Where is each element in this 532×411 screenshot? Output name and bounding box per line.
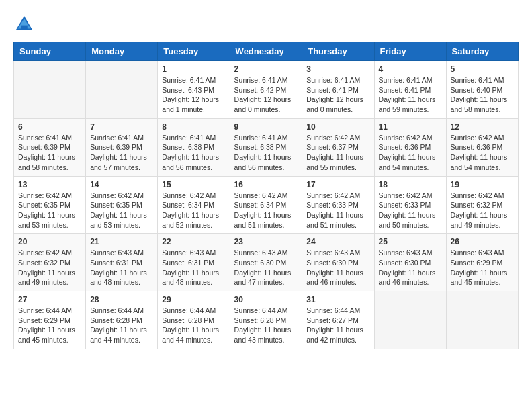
day-number: 27	[18, 295, 81, 304]
calendar-cell: 28Sunrise: 6:44 AM Sunset: 6:28 PM Dayli…	[86, 291, 158, 349]
day-info: Sunrise: 6:41 AM Sunset: 6:39 PM Dayligh…	[18, 134, 75, 171]
day-info: Sunrise: 6:44 AM Sunset: 6:29 PM Dayligh…	[18, 306, 75, 344]
calendar-week-row: 27Sunrise: 6:44 AM Sunset: 6:29 PM Dayli…	[14, 291, 519, 349]
day-info: Sunrise: 6:41 AM Sunset: 6:43 PM Dayligh…	[162, 76, 219, 113]
calendar-cell: 22Sunrise: 6:43 AM Sunset: 6:31 PM Dayli…	[158, 234, 230, 291]
day-info: Sunrise: 6:43 AM Sunset: 6:29 PM Dayligh…	[451, 248, 508, 286]
day-number: 4	[379, 64, 442, 74]
svg-rect-2	[21, 26, 28, 30]
logo-icon	[13, 13, 35, 35]
calendar-table: SundayMondayTuesdayWednesdayThursdayFrid…	[13, 42, 519, 349]
calendar-cell: 3Sunrise: 6:41 AM Sunset: 6:41 PM Daylig…	[302, 61, 374, 119]
day-info: Sunrise: 6:41 AM Sunset: 6:41 PM Dayligh…	[379, 76, 436, 113]
calendar-cell: 7Sunrise: 6:41 AM Sunset: 6:39 PM Daylig…	[86, 118, 158, 176]
day-info: Sunrise: 6:41 AM Sunset: 6:38 PM Dayligh…	[162, 134, 219, 171]
day-number: 14	[90, 180, 153, 189]
calendar-cell: 12Sunrise: 6:42 AM Sunset: 6:36 PM Dayli…	[446, 118, 518, 176]
day-info: Sunrise: 6:42 AM Sunset: 6:36 PM Dayligh…	[379, 134, 436, 171]
calendar-cell: 30Sunrise: 6:44 AM Sunset: 6:28 PM Dayli…	[230, 291, 302, 349]
day-number: 30	[234, 295, 298, 304]
day-info: Sunrise: 6:43 AM Sunset: 6:31 PM Dayligh…	[90, 248, 147, 286]
day-info: Sunrise: 6:41 AM Sunset: 6:40 PM Dayligh…	[451, 76, 508, 113]
calendar-cell: 31Sunrise: 6:44 AM Sunset: 6:27 PM Dayli…	[302, 291, 374, 349]
calendar-week-row: 20Sunrise: 6:42 AM Sunset: 6:32 PM Dayli…	[14, 234, 519, 291]
calendar-cell: 13Sunrise: 6:42 AM Sunset: 6:35 PM Dayli…	[14, 176, 86, 234]
day-of-week-header: Wednesday	[230, 42, 302, 61]
day-number: 10	[306, 122, 369, 132]
day-number: 16	[234, 180, 298, 189]
calendar-cell	[446, 291, 518, 349]
day-number: 26	[451, 237, 514, 246]
day-number: 20	[18, 237, 81, 246]
calendar-week-row: 1Sunrise: 6:41 AM Sunset: 6:43 PM Daylig…	[14, 61, 519, 119]
calendar-cell: 18Sunrise: 6:42 AM Sunset: 6:33 PM Dayli…	[374, 176, 446, 234]
day-info: Sunrise: 6:41 AM Sunset: 6:42 PM Dayligh…	[234, 76, 292, 113]
calendar-cell: 26Sunrise: 6:43 AM Sunset: 6:29 PM Dayli…	[446, 234, 518, 291]
calendar-cell: 19Sunrise: 6:42 AM Sunset: 6:32 PM Dayli…	[446, 176, 518, 234]
calendar-cell: 15Sunrise: 6:42 AM Sunset: 6:34 PM Dayli…	[158, 176, 230, 234]
calendar-week-row: 13Sunrise: 6:42 AM Sunset: 6:35 PM Dayli…	[14, 176, 519, 234]
calendar-week-row: 6Sunrise: 6:41 AM Sunset: 6:39 PM Daylig…	[14, 118, 519, 176]
day-of-week-header: Saturday	[446, 42, 518, 61]
day-of-week-header: Monday	[86, 42, 158, 61]
calendar-cell: 24Sunrise: 6:43 AM Sunset: 6:30 PM Dayli…	[302, 234, 374, 291]
calendar-cell: 16Sunrise: 6:42 AM Sunset: 6:34 PM Dayli…	[230, 176, 302, 234]
day-number: 25	[379, 237, 442, 246]
calendar-cell	[14, 61, 86, 119]
day-of-week-header: Sunday	[14, 42, 86, 61]
day-number: 21	[90, 237, 153, 246]
day-info: Sunrise: 6:42 AM Sunset: 6:34 PM Dayligh…	[234, 191, 292, 229]
day-number: 8	[162, 122, 225, 132]
day-number: 9	[234, 122, 298, 132]
day-number: 13	[18, 180, 81, 189]
day-of-week-header: Tuesday	[158, 42, 230, 61]
day-number: 29	[162, 295, 225, 304]
day-number: 15	[162, 180, 225, 189]
day-info: Sunrise: 6:41 AM Sunset: 6:41 PM Dayligh…	[306, 76, 363, 113]
calendar-cell: 2Sunrise: 6:41 AM Sunset: 6:42 PM Daylig…	[230, 61, 302, 119]
page-header	[13, 13, 519, 35]
day-info: Sunrise: 6:42 AM Sunset: 6:33 PM Dayligh…	[306, 191, 363, 229]
day-info: Sunrise: 6:42 AM Sunset: 6:36 PM Dayligh…	[451, 134, 508, 171]
calendar-cell: 20Sunrise: 6:42 AM Sunset: 6:32 PM Dayli…	[14, 234, 86, 291]
day-of-week-header: Thursday	[302, 42, 374, 61]
calendar-cell	[374, 291, 446, 349]
day-info: Sunrise: 6:44 AM Sunset: 6:28 PM Dayligh…	[234, 306, 292, 344]
calendar-cell: 23Sunrise: 6:43 AM Sunset: 6:30 PM Dayli…	[230, 234, 302, 291]
day-info: Sunrise: 6:42 AM Sunset: 6:37 PM Dayligh…	[306, 134, 363, 171]
day-number: 17	[306, 180, 369, 189]
day-info: Sunrise: 6:41 AM Sunset: 6:38 PM Dayligh…	[234, 134, 292, 171]
day-info: Sunrise: 6:42 AM Sunset: 6:35 PM Dayligh…	[90, 191, 147, 229]
day-info: Sunrise: 6:42 AM Sunset: 6:32 PM Dayligh…	[451, 191, 508, 229]
calendar-header-row: SundayMondayTuesdayWednesdayThursdayFrid…	[14, 42, 519, 61]
day-of-week-header: Friday	[374, 42, 446, 61]
day-number: 12	[451, 122, 514, 132]
calendar-cell: 5Sunrise: 6:41 AM Sunset: 6:40 PM Daylig…	[446, 61, 518, 119]
calendar-cell: 4Sunrise: 6:41 AM Sunset: 6:41 PM Daylig…	[374, 61, 446, 119]
calendar-cell: 10Sunrise: 6:42 AM Sunset: 6:37 PM Dayli…	[302, 118, 374, 176]
day-info: Sunrise: 6:41 AM Sunset: 6:39 PM Dayligh…	[90, 134, 147, 171]
calendar-cell: 6Sunrise: 6:41 AM Sunset: 6:39 PM Daylig…	[14, 118, 86, 176]
day-number: 23	[234, 237, 298, 246]
day-info: Sunrise: 6:44 AM Sunset: 6:28 PM Dayligh…	[162, 306, 219, 344]
logo	[13, 13, 38, 35]
day-number: 7	[90, 122, 153, 132]
calendar-cell: 11Sunrise: 6:42 AM Sunset: 6:36 PM Dayli…	[374, 118, 446, 176]
day-number: 22	[162, 237, 225, 246]
day-info: Sunrise: 6:42 AM Sunset: 6:32 PM Dayligh…	[18, 248, 75, 286]
day-number: 28	[90, 295, 153, 304]
calendar-cell: 1Sunrise: 6:41 AM Sunset: 6:43 PM Daylig…	[158, 61, 230, 119]
day-number: 3	[306, 64, 369, 74]
day-info: Sunrise: 6:42 AM Sunset: 6:35 PM Dayligh…	[18, 191, 75, 229]
day-info: Sunrise: 6:42 AM Sunset: 6:34 PM Dayligh…	[162, 191, 219, 229]
calendar-cell: 9Sunrise: 6:41 AM Sunset: 6:38 PM Daylig…	[230, 118, 302, 176]
day-info: Sunrise: 6:43 AM Sunset: 6:30 PM Dayligh…	[234, 248, 292, 286]
day-number: 5	[451, 64, 514, 74]
day-info: Sunrise: 6:43 AM Sunset: 6:30 PM Dayligh…	[379, 248, 436, 286]
calendar-cell: 27Sunrise: 6:44 AM Sunset: 6:29 PM Dayli…	[14, 291, 86, 349]
day-number: 18	[379, 180, 442, 189]
day-number: 19	[451, 180, 514, 189]
calendar-cell: 25Sunrise: 6:43 AM Sunset: 6:30 PM Dayli…	[374, 234, 446, 291]
calendar-cell: 8Sunrise: 6:41 AM Sunset: 6:38 PM Daylig…	[158, 118, 230, 176]
calendar-cell: 29Sunrise: 6:44 AM Sunset: 6:28 PM Dayli…	[158, 291, 230, 349]
